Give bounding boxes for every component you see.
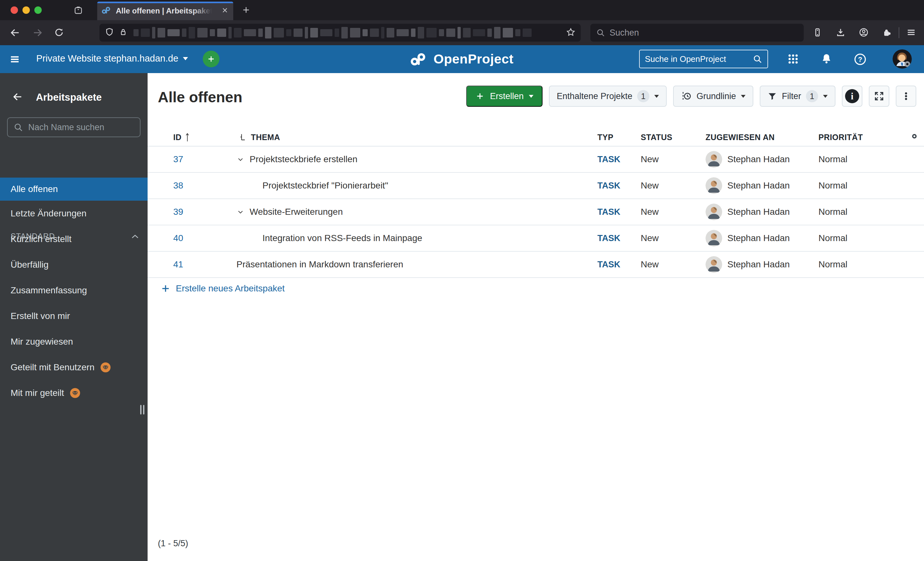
- active-tab-indicator: [97, 1, 233, 3]
- wp-type[interactable]: TASK: [597, 260, 641, 269]
- back-arrow-icon[interactable]: [12, 91, 23, 103]
- browser-menu-icon[interactable]: [906, 27, 916, 39]
- wp-type[interactable]: TASK: [597, 154, 641, 165]
- fullscreen-button[interactable]: [869, 85, 890, 107]
- work-packages-table: ID THEMA TYP STATUS ZUGEWIESEN AN PRIORI…: [148, 129, 924, 278]
- create-work-package-link[interactable]: Erstelle neues Arbeitspaket: [161, 283, 285, 294]
- wp-type[interactable]: TASK: [597, 233, 641, 243]
- column-header-id[interactable]: ID: [173, 132, 237, 142]
- wp-priority[interactable]: Normal: [819, 233, 905, 243]
- wp-status[interactable]: New: [641, 259, 705, 269]
- expand-icon: [874, 91, 885, 102]
- tab-close-icon[interactable]: [221, 6, 229, 15]
- openproject-logo[interactable]: OpenProject: [410, 45, 513, 73]
- wp-assignee[interactable]: Stephan Hadan: [728, 207, 790, 217]
- page-title: Alle offenen: [158, 88, 242, 106]
- search-icon: [14, 123, 23, 132]
- wp-id-link[interactable]: 39: [173, 207, 237, 217]
- wp-priority[interactable]: Normal: [819, 207, 905, 217]
- column-header-priority[interactable]: PRIORITÄT: [819, 133, 905, 142]
- wp-subject[interactable]: Projektsteckbrief "Pionierarbeit": [262, 181, 388, 191]
- sidebar-item-1[interactable]: Letzte Änderungen: [0, 200, 148, 226]
- sidebar-item-8[interactable]: Mit mir geteilt: [0, 380, 148, 406]
- wp-id-link[interactable]: 38: [173, 181, 237, 191]
- browser-search-bar[interactable]: Suchen: [590, 24, 804, 42]
- close-window-button[interactable]: [10, 6, 18, 14]
- wp-subject[interactable]: Präsentationen in Markdown transferieren: [237, 259, 403, 269]
- new-tab-button[interactable]: [241, 5, 251, 16]
- reload-icon[interactable]: [54, 27, 64, 39]
- work-package-row[interactable]: 40Integration von RSS-Feeds in MainpageT…: [148, 225, 924, 252]
- forward-icon[interactable]: [32, 27, 43, 39]
- lock-icon[interactable]: [119, 28, 128, 38]
- wp-subject[interactable]: Projektsteckbriefe erstellen: [250, 154, 357, 165]
- wp-id-link[interactable]: 40: [173, 233, 237, 243]
- filter-button[interactable]: Filter 1: [760, 85, 836, 107]
- collapse-chevron-icon[interactable]: [237, 156, 244, 163]
- sidebar-item-4[interactable]: Zusammenfassung: [0, 278, 148, 303]
- help-icon[interactable]: ?: [854, 52, 867, 67]
- column-header-type[interactable]: TYP: [597, 133, 641, 142]
- back-icon[interactable]: [10, 27, 21, 39]
- wp-subject[interactable]: Website-Erweiterungen: [250, 207, 343, 217]
- sidebar-search-input[interactable]: Nach Name suchen: [7, 117, 141, 137]
- sidebar-item-6[interactable]: Mir zugewiesen: [0, 329, 148, 355]
- account-icon[interactable]: [858, 27, 869, 39]
- work-package-row[interactable]: 38Projektsteckbrief "Pionierarbeit"TASKN…: [148, 173, 924, 199]
- wp-assignee[interactable]: Stephan Hadan: [728, 259, 790, 269]
- wp-assignee[interactable]: Stephan Hadan: [728, 181, 790, 191]
- wp-type[interactable]: TASK: [597, 207, 641, 217]
- notifications-bell-icon[interactable]: [820, 52, 833, 67]
- firefox-view-icon[interactable]: [73, 5, 83, 16]
- create-button[interactable]: Erstellen: [466, 85, 543, 107]
- minimize-window-button[interactable]: [22, 6, 30, 14]
- zoom-window-button[interactable]: [34, 6, 42, 14]
- column-header-assignee[interactable]: ZUGEWIESEN AN: [705, 133, 819, 142]
- more-options-button[interactable]: [896, 85, 916, 107]
- svg-text:?: ?: [858, 55, 862, 63]
- column-header-status[interactable]: STATUS: [641, 133, 705, 142]
- wp-assignee[interactable]: Stephan Hadan: [728, 233, 790, 243]
- info-button[interactable]: i: [842, 85, 862, 107]
- sidebar-resize-handle[interactable]: [140, 405, 144, 414]
- wp-status[interactable]: New: [641, 207, 705, 217]
- shield-icon[interactable]: [105, 27, 114, 38]
- included-projects-button[interactable]: Enthaltene Projekte 1: [549, 85, 667, 107]
- browser-tab[interactable]: Alle offenen | Arbeitspakete | Pri: [97, 1, 233, 20]
- tab-manager-icon[interactable]: [812, 27, 823, 39]
- extensions-icon[interactable]: [882, 27, 892, 39]
- wp-id-link[interactable]: 37: [173, 154, 237, 165]
- work-package-row[interactable]: 39Website-ErweiterungenTASKNewStephan Ha…: [148, 199, 924, 225]
- project-selector[interactable]: Private Website stephan.hadan.de: [36, 53, 188, 64]
- sidebar-item-3[interactable]: Überfällig: [0, 252, 148, 278]
- wp-priority[interactable]: Normal: [819, 259, 905, 269]
- main-menu-toggle-icon[interactable]: [9, 54, 21, 66]
- baseline-button[interactable]: Grundlinie: [673, 85, 753, 107]
- sidebar-item-0[interactable]: Alle offenen: [0, 178, 148, 200]
- openproject-logo-mark: [410, 53, 428, 66]
- sidebar-item-5[interactable]: Erstellt von mir: [0, 303, 148, 329]
- sidebar-item-2[interactable]: Kürzlich erstellt: [0, 226, 148, 252]
- work-package-row[interactable]: 37Projektsteckbriefe erstellenTASKNewSte…: [148, 147, 924, 173]
- column-header-subject[interactable]: THEMA: [237, 133, 597, 142]
- wp-assignee[interactable]: Stephan Hadan: [728, 154, 790, 165]
- wp-status[interactable]: New: [641, 233, 705, 243]
- table-settings-gear-icon[interactable]: [905, 132, 924, 143]
- work-package-row[interactable]: 41Präsentationen in Markdown transferier…: [148, 252, 924, 278]
- wp-id-link[interactable]: 41: [173, 259, 237, 269]
- bookmark-star-icon[interactable]: [566, 27, 576, 38]
- downloads-icon[interactable]: [836, 27, 846, 39]
- wp-priority[interactable]: Normal: [819, 181, 905, 191]
- url-bar[interactable]: [99, 24, 581, 42]
- quick-add-button[interactable]: [203, 51, 219, 67]
- collapse-chevron-icon[interactable]: [237, 208, 244, 216]
- wp-subject[interactable]: Integration von RSS-Feeds in Mainpage: [262, 233, 422, 243]
- wp-status[interactable]: New: [641, 181, 705, 191]
- wp-status[interactable]: New: [641, 154, 705, 165]
- apps-grid-icon[interactable]: [787, 52, 800, 67]
- global-search-input[interactable]: Suche in OpenProject: [639, 50, 768, 68]
- sidebar-item-7[interactable]: Geteilt mit Benutzern: [0, 355, 148, 380]
- wp-priority[interactable]: Normal: [819, 154, 905, 165]
- wp-type[interactable]: TASK: [597, 181, 641, 191]
- user-avatar[interactable]: [892, 49, 912, 69]
